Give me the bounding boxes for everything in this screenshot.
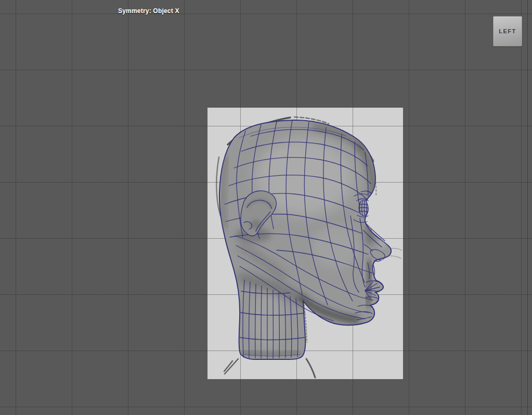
- hud-symmetry-status: Symmetry: Object X: [118, 7, 179, 15]
- view-orientation-label: LEFT: [499, 28, 516, 34]
- viewport-3d[interactable]: Symmetry: Object X LEFT: [0, 0, 532, 415]
- viewport-edge-line: [527, 0, 528, 415]
- view-orientation-badge[interactable]: LEFT: [493, 16, 522, 46]
- head-model[interactable]: [0, 0, 532, 415]
